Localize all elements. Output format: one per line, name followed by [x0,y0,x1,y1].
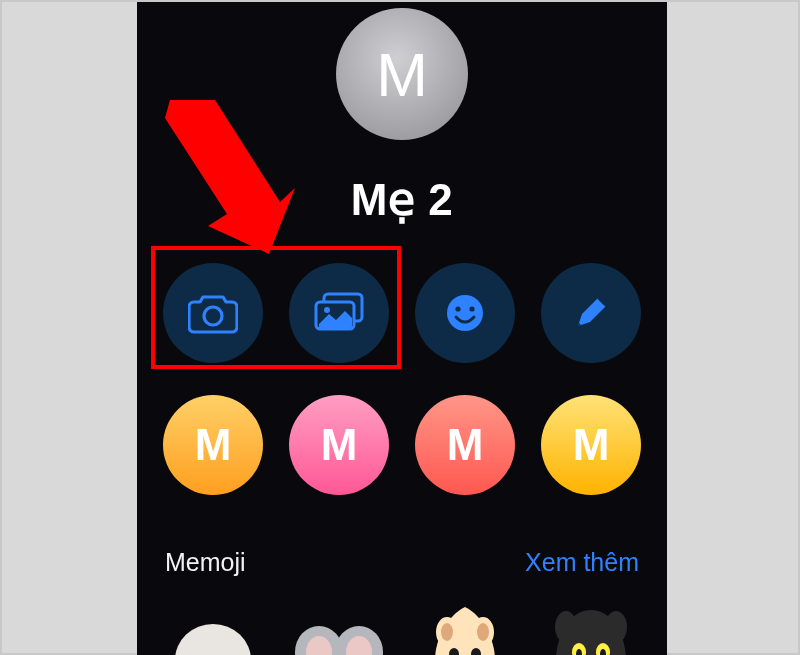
monogram-color-row: M M M M [137,390,667,500]
monogram-letter: M [195,420,232,470]
monogram-letter: M [321,420,358,470]
monogram-option-yellow[interactable]: M [541,395,641,495]
monogram-option-pink[interactable]: M [289,395,389,495]
svg-point-14 [441,623,453,641]
contact-avatar[interactable]: M [336,8,468,140]
monogram-letter: M [573,420,610,470]
photo-source-row [137,258,667,368]
monogram-option-orange[interactable]: M [163,395,263,495]
photo-library-icon [312,291,367,335]
svg-point-15 [477,623,489,641]
svg-point-3 [324,307,330,313]
camera-icon [188,292,238,334]
svg-point-5 [455,306,460,311]
memoji-option[interactable] [415,602,515,655]
memoji-option[interactable] [163,602,263,655]
screenshot-frame: M Mẹ 2 [0,0,800,655]
emoji-button[interactable] [415,263,515,363]
memoji-option[interactable] [289,602,389,655]
see-more-link[interactable]: Xem thêm [525,548,639,577]
memoji-row [137,600,667,655]
svg-point-0 [204,307,222,325]
emoji-icon [445,293,485,333]
monogram-letter: M [447,420,484,470]
svg-point-19 [605,611,627,643]
edit-button[interactable] [541,263,641,363]
pencil-icon [572,294,610,332]
photo-library-button[interactable] [289,263,389,363]
svg-point-18 [555,611,577,643]
contact-name: Mẹ 2 [137,174,667,225]
memoji-section-header: Memoji Xem thêm [137,548,667,577]
memoji-label: Memoji [165,548,246,577]
svg-point-7 [175,624,251,655]
monogram-option-red[interactable]: M [415,395,515,495]
memoji-option[interactable] [541,602,641,655]
camera-button[interactable] [163,263,263,363]
phone-screen: M Mẹ 2 [137,2,667,655]
svg-point-4 [447,295,483,331]
avatar-initial: M [376,39,428,110]
svg-point-6 [469,306,474,311]
